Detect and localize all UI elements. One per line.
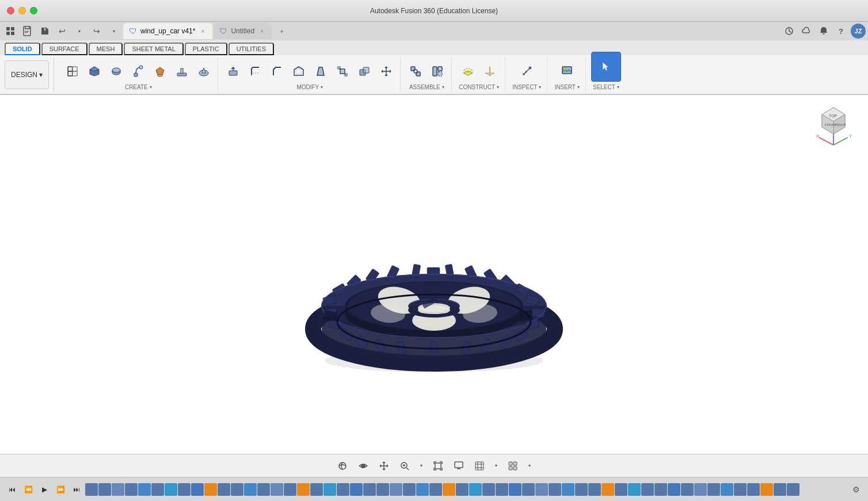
timeline-step[interactable] [641, 483, 654, 496]
timeline-step[interactable] [178, 483, 191, 496]
timeline-step[interactable] [257, 483, 270, 496]
timeline-step[interactable] [535, 483, 548, 496]
timeline-step[interactable] [774, 483, 786, 496]
offset-plane-button[interactable] [458, 61, 478, 82]
timeline-settings-button[interactable]: ⚙ [848, 482, 863, 497]
timeline-step[interactable] [694, 483, 707, 496]
modify-section-label[interactable]: MODIFY ▾ [294, 83, 325, 91]
notification-button[interactable] [816, 24, 831, 39]
timeline-step[interactable] [218, 483, 230, 496]
timeline-step[interactable] [456, 483, 469, 496]
timeline-step[interactable] [443, 483, 455, 496]
tab-surface[interactable]: SURFACE [41, 43, 87, 55]
timeline-step[interactable] [165, 483, 177, 496]
redo-button[interactable]: ↪ [89, 23, 105, 39]
display-mode-dropdown[interactable]: ▾ [526, 458, 534, 474]
pan-button[interactable] [376, 458, 392, 474]
user-avatar[interactable]: JZ [851, 24, 866, 39]
timeline-end-button[interactable]: ⏭ [69, 482, 84, 497]
timeline-step[interactable] [297, 483, 310, 496]
look-at-button[interactable] [355, 458, 371, 474]
timeline-step[interactable] [191, 483, 204, 496]
timeline-step[interactable] [522, 483, 535, 496]
grid-dropdown[interactable]: ▾ [492, 458, 500, 474]
assemble-extra-button[interactable] [427, 61, 448, 82]
joint-button[interactable] [405, 61, 426, 82]
timeline-step[interactable] [337, 483, 349, 496]
timeline-step[interactable] [588, 483, 601, 496]
view-cube[interactable]: Z X Y TOP FRONT RIGHT [810, 102, 856, 148]
assemble-section-label[interactable]: ASSEMBLE ▾ [407, 83, 447, 91]
timeline-step[interactable] [787, 483, 800, 496]
cloud-button[interactable] [799, 24, 814, 39]
timeline-step[interactable] [496, 483, 508, 496]
timeline-step[interactable] [668, 483, 680, 496]
timeline-step[interactable] [244, 483, 257, 496]
zoom-dropdown[interactable]: ▾ [417, 458, 425, 474]
timeline-step[interactable] [429, 483, 442, 496]
timeline-step[interactable] [138, 483, 151, 496]
timeline-step[interactable] [98, 483, 111, 496]
timeline-step[interactable] [469, 483, 482, 496]
construct-axis-button[interactable] [479, 61, 500, 82]
timeline-forward-button[interactable]: ⏩ [53, 482, 68, 497]
minimize-window-button[interactable] [18, 7, 26, 14]
chamfer-button[interactable] [267, 61, 287, 82]
timeline-step[interactable] [601, 483, 614, 496]
maximize-window-button[interactable] [30, 7, 37, 14]
timeline-step[interactable] [707, 483, 720, 496]
timeline-step[interactable] [403, 483, 416, 496]
select-section-label[interactable]: SELECT ▾ [591, 83, 622, 91]
grid-button[interactable] [471, 458, 488, 474]
tab-solid[interactable]: SOLID [5, 43, 40, 55]
save-button[interactable] [37, 23, 53, 39]
timeline-step[interactable] [734, 483, 747, 496]
timeline-step[interactable] [681, 483, 694, 496]
select-button[interactable] [591, 52, 621, 82]
timeline-step[interactable] [760, 483, 773, 496]
timeline-step[interactable] [575, 483, 588, 496]
web-button[interactable] [193, 61, 214, 82]
tab-sheet-metal[interactable]: SHEET METAL [124, 43, 183, 55]
display-settings-button[interactable] [451, 458, 467, 474]
active-tab[interactable]: 🛡 wind_up_car v41* × [123, 23, 212, 39]
timeline-step[interactable] [85, 483, 98, 496]
tab-plastic[interactable]: PLASTIC [185, 43, 227, 55]
display-mode-button[interactable] [505, 458, 521, 474]
add-tab-button[interactable]: ＋ [275, 25, 288, 37]
help-button[interactable]: ? [833, 24, 848, 39]
fillet-button[interactable] [245, 61, 265, 82]
timeline-step[interactable] [390, 483, 402, 496]
undo-dropdown[interactable]: ▾ [71, 23, 87, 39]
insert-image-button[interactable] [557, 61, 577, 82]
close-window-button[interactable] [7, 7, 14, 14]
timeline-back-button[interactable]: ⏪ [21, 482, 36, 497]
timeline-step[interactable] [271, 483, 283, 496]
viewport[interactable]: Z X Y TOP FRONT RIGHT [0, 95, 868, 454]
timeline-step[interactable] [323, 483, 336, 496]
timeline-step[interactable] [416, 483, 429, 496]
shell-button[interactable] [288, 61, 309, 82]
timeline-step[interactable] [628, 483, 641, 496]
rib-button[interactable] [172, 61, 192, 82]
combine-button[interactable] [354, 61, 375, 82]
timeline-step[interactable] [562, 483, 574, 496]
timeline-step[interactable] [615, 483, 627, 496]
tab-utilities[interactable]: UTILITIES [229, 43, 274, 55]
orbit-button[interactable] [334, 458, 351, 474]
sync-button[interactable] [782, 24, 797, 39]
file-button[interactable] [20, 23, 36, 39]
zoom-in-button[interactable] [397, 458, 413, 474]
measure-button[interactable]: ≡ [516, 61, 537, 82]
extrude-button[interactable] [84, 61, 105, 82]
timeline-step[interactable] [125, 483, 138, 496]
press-pull-button[interactable] [223, 61, 243, 82]
timeline-step[interactable] [721, 483, 733, 496]
draft-button[interactable] [310, 61, 331, 82]
untitled-tab-close[interactable]: × [258, 27, 266, 35]
revolve-button[interactable] [106, 61, 127, 82]
insert-section-label[interactable]: INSERT ▾ [552, 83, 582, 91]
timeline-step[interactable] [350, 483, 363, 496]
timeline-play-button[interactable]: ▶ [37, 482, 52, 497]
loft-button[interactable] [150, 61, 170, 82]
